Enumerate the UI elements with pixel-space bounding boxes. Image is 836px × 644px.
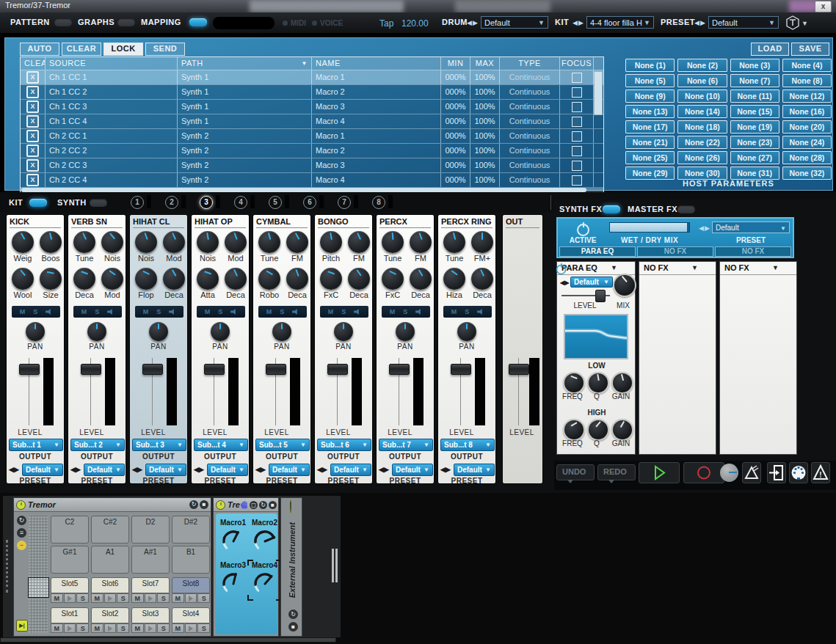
mute-solo-bar[interactable]: MS	[258, 306, 307, 318]
preset-dropdown[interactable]: Default▼	[269, 464, 310, 476]
save-preset-icon[interactable]: ■	[288, 622, 298, 632]
host-param-button[interactable]: None (4)	[782, 59, 832, 72]
drum-pad-Slot3[interactable]: Slot3	[131, 607, 170, 623]
drum-pad-A1[interactable]: A1	[91, 546, 129, 574]
eq-freq-knob[interactable]	[563, 372, 585, 394]
level-fader[interactable]	[204, 358, 223, 425]
fx-preset-dropdown[interactable]: Default▼	[712, 222, 790, 233]
knob-deca[interactable]	[471, 268, 493, 290]
host-param-button[interactable]: None (18)	[677, 120, 727, 133]
host-param-button[interactable]: None (24)	[782, 136, 832, 149]
column-header-type[interactable]: TYPE	[500, 57, 560, 70]
graphs-toggle[interactable]	[117, 18, 135, 26]
output-dropdown[interactable]: Sub...t 5▼	[255, 439, 310, 451]
fx-active-power-icon[interactable]	[577, 224, 589, 236]
focus-checkbox[interactable]	[572, 161, 582, 171]
macro-knob-1[interactable]: Macro1	[218, 519, 248, 557]
host-param-button[interactable]: None (15)	[730, 105, 779, 118]
pad-solo-button[interactable]: S	[117, 623, 129, 633]
eq-preset-dropdown[interactable]: Default▼	[570, 277, 613, 288]
knob-fm[interactable]	[286, 231, 308, 253]
eq-gain-knob[interactable]	[611, 372, 633, 394]
preset-arrows[interactable]: ◀▶	[317, 466, 327, 473]
tremor-logo-icon[interactable]	[785, 15, 800, 30]
midi-din-icon[interactable]	[789, 462, 808, 483]
save-button[interactable]: SAVE	[791, 43, 829, 56]
knob-deca[interactable]	[73, 268, 95, 290]
drum-prev-next-arrows[interactable]: ◀▶	[467, 19, 479, 26]
kit-mode-label[interactable]: KIT	[9, 198, 23, 207]
pan-knob[interactable]	[272, 322, 291, 341]
focus-checkbox[interactable]	[572, 102, 582, 112]
knob-boos[interactable]	[40, 231, 62, 253]
level-fader[interactable]	[451, 358, 470, 425]
mute-button[interactable]: M	[20, 308, 26, 315]
host-param-button[interactable]: None (28)	[782, 151, 832, 164]
mapping-row[interactable]: XCh 1 CC 4Synth 1Macro 4000%100%Continuo…	[21, 114, 603, 128]
column-header-name[interactable]: NAME	[312, 57, 441, 70]
drum-pad-C#2[interactable]: C#2	[91, 516, 129, 544]
knob-fm[interactable]	[410, 231, 432, 253]
pan-knob[interactable]	[149, 322, 168, 341]
knob-deca[interactable]	[348, 268, 370, 290]
warning-icon[interactable]: !	[811, 462, 830, 483]
tempo-value[interactable]: 120.00	[401, 18, 429, 29]
master-fx-label[interactable]: MASTER FX	[628, 205, 677, 213]
column-header-clear[interactable]: CLEAR	[21, 57, 46, 70]
host-param-button[interactable]: None (11)	[730, 89, 779, 103]
pad-overview-grid[interactable]	[29, 516, 48, 633]
kit-slot-7[interactable]: 7	[338, 196, 351, 209]
hot-swap-icon[interactable]: ↻	[288, 610, 298, 619]
preset-arrows[interactable]: ◀▶	[440, 466, 451, 473]
solo-button[interactable]: S	[341, 308, 346, 315]
focus-checkbox[interactable]	[572, 175, 582, 186]
device-on-icon[interactable]	[16, 500, 26, 510]
fx-type-dropdown-arrow[interactable]: ▼	[772, 264, 779, 271]
host-param-button[interactable]: None (25)	[625, 151, 675, 164]
host-param-button[interactable]: None (6)	[677, 74, 727, 87]
macro-knob-2[interactable]: Macro2	[250, 519, 280, 557]
chain-list-icon[interactable]: ≡	[17, 528, 26, 538]
logo-menu-arrow[interactable]: ▼	[802, 20, 808, 27]
kit-slot-5[interactable]: 5	[269, 196, 282, 209]
solo-button[interactable]: S	[280, 308, 284, 315]
host-param-button[interactable]: None (23)	[730, 136, 779, 149]
drum-pad-D#2[interactable]: D#2	[172, 516, 210, 544]
preset-arrows[interactable]: ◀▶	[70, 466, 81, 473]
eq-mix-knob[interactable]	[613, 274, 636, 297]
preset-arrows[interactable]: ◀▶	[379, 466, 389, 473]
host-param-button[interactable]: None (20)	[782, 120, 832, 133]
fx-slot-power-icon[interactable]	[556, 265, 567, 275]
eq-curve-display[interactable]	[564, 314, 628, 359]
knob-wool[interactable]	[12, 268, 34, 290]
pan-knob[interactable]	[396, 322, 415, 341]
hscrollbar[interactable]	[0, 637, 336, 643]
knob-deca[interactable]	[225, 268, 247, 290]
solo-button[interactable]: S	[33, 308, 37, 315]
mute-button[interactable]: M	[143, 308, 149, 315]
host-param-button[interactable]: None (12)	[782, 89, 832, 103]
mute-button[interactable]: M	[390, 308, 396, 315]
mapping-tab[interactable]: MAPPING	[141, 18, 181, 26]
mixer-strip-hihat-op[interactable]: HIHAT OPNoisModAttaDecaMSPANLEVELSub...t…	[191, 214, 250, 484]
knob-pitch[interactable]	[320, 231, 342, 253]
clear-mapping-button[interactable]: X	[26, 100, 39, 113]
drum-pad-D2[interactable]: D2	[131, 516, 170, 544]
mute-solo-bar[interactable]: MS	[135, 306, 183, 318]
mapping-lock-button[interactable]: LOCK	[103, 43, 143, 56]
drum-pad-Slot1[interactable]: Slot1	[51, 607, 89, 623]
auto-select-icon[interactable]: ▶|	[16, 620, 28, 632]
pad-mute-button[interactable]: M	[91, 623, 103, 633]
pad-preview-button[interactable]	[64, 593, 76, 603]
knob-deca[interactable]	[410, 268, 432, 290]
knob-mod[interactable]	[163, 231, 185, 253]
knob-deca[interactable]	[163, 268, 185, 290]
host-param-button[interactable]: None (26)	[677, 151, 727, 164]
device-titlebar[interactable]: Tremo... ◻ ↻ ■	[214, 498, 278, 512]
host-param-button[interactable]: None (19)	[730, 120, 779, 133]
fx-preset-arrows[interactable]: ◀▶	[699, 224, 710, 232]
save-preset-icon[interactable]: ■	[200, 500, 208, 509]
output-dropdown[interactable]: Sub...t 7▼	[379, 439, 433, 451]
host-param-button[interactable]: None (7)	[730, 74, 779, 87]
graphs-tab[interactable]: GRAPHS	[78, 18, 115, 26]
